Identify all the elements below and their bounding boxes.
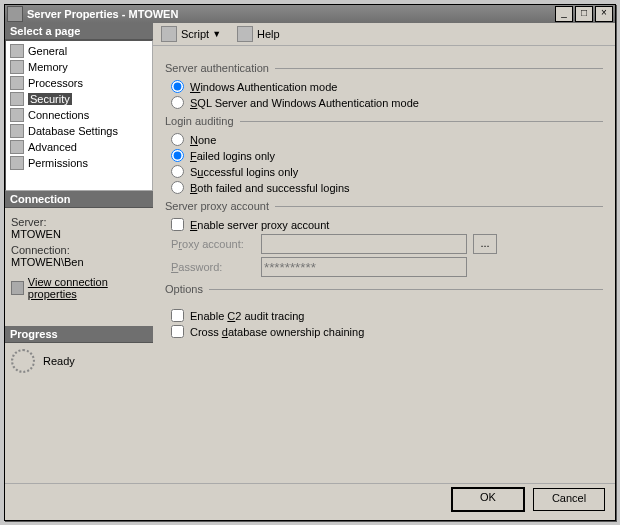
sidebar-item-label: Processors <box>28 77 83 89</box>
sidebar-item-memory[interactable]: Memory <box>6 59 152 75</box>
sidebar-item-advanced[interactable]: Advanced <box>6 139 152 155</box>
sidebar-item-label: Advanced <box>28 141 77 153</box>
close-button[interactable]: × <box>595 6 613 22</box>
content-area: Server authentication Windows Authentica… <box>153 46 615 483</box>
script-icon <box>161 26 177 42</box>
c2-audit-checkbox-input[interactable] <box>171 309 184 322</box>
proxy-password-label: Password: <box>171 261 261 273</box>
connection-label: Connection: <box>11 244 147 256</box>
cross-db-label: atabase ownership chaining <box>228 326 364 338</box>
audit-both-radio-input[interactable] <box>171 181 184 194</box>
script-label: Script <box>181 28 209 40</box>
window-title: Server Properties - MTOWEN <box>27 8 553 20</box>
audit-both-label: oth failed and successful logins <box>197 182 349 194</box>
page-icon <box>10 156 24 170</box>
audit-success-radio-input[interactable] <box>171 165 184 178</box>
page-icon <box>10 92 24 106</box>
sidebar-item-security[interactable]: Security <box>6 91 152 107</box>
sidebar-item-permissions[interactable]: Permissions <box>6 155 152 171</box>
cross-db-checkbox-input[interactable] <box>171 325 184 338</box>
left-panel: Select a page GeneralMemoryProcessorsSec… <box>5 23 153 483</box>
dialog-button-bar: OK Cancel <box>5 483 615 514</box>
dropdown-arrow-icon: ▼ <box>212 29 221 39</box>
properties-icon <box>11 281 24 295</box>
c2-audit-checkbox[interactable]: Enable C2 audit tracing <box>171 309 603 322</box>
page-icon <box>10 140 24 154</box>
enable-proxy-checkbox[interactable]: Enable server proxy account <box>171 218 603 231</box>
connection-value: MTOWEN\Ben <box>11 256 147 268</box>
help-label: Help <box>257 28 280 40</box>
help-button[interactable]: Help <box>233 25 284 43</box>
server-value: MTOWEN <box>11 228 147 240</box>
options-group-title: Options <box>165 283 203 295</box>
page-icon <box>10 76 24 90</box>
sidebar-item-label: General <box>28 45 67 57</box>
cancel-button[interactable]: Cancel <box>533 488 605 511</box>
ok-button[interactable]: OK <box>451 487 525 512</box>
audit-none-radio-input[interactable] <box>171 133 184 146</box>
page-icon <box>10 108 24 122</box>
script-button[interactable]: Script ▼ <box>157 25 225 43</box>
select-page-header: Select a page <box>5 23 153 40</box>
sidebar-item-label: Security <box>28 93 72 105</box>
progress-spinner-icon <box>11 349 35 373</box>
toolbar: Script ▼ Help <box>153 23 615 46</box>
enable-proxy-checkbox-input[interactable] <box>171 218 184 231</box>
page-icon <box>10 44 24 58</box>
maximize-button[interactable]: □ <box>575 6 593 22</box>
proxy-account-input <box>261 234 467 254</box>
sidebar-item-label: Permissions <box>28 157 88 169</box>
sidebar-item-label: Memory <box>28 61 68 73</box>
server-auth-group-title: Server authentication <box>165 62 269 74</box>
help-icon <box>237 26 253 42</box>
enable-proxy-label: nable server proxy account <box>197 219 329 231</box>
sidebar-item-database-settings[interactable]: Database Settings <box>6 123 152 139</box>
audit-success-radio[interactable]: Successful logins only <box>171 165 603 178</box>
audit-failed-radio-input[interactable] <box>171 149 184 162</box>
connection-panel: Server: MTOWEN Connection: MTOWEN\Ben Vi… <box>5 208 153 326</box>
auth-sql-radio-input[interactable] <box>171 96 184 109</box>
auth-windows-label: indows Authentication mode <box>200 81 337 93</box>
audit-both-radio[interactable]: Both failed and successful logins <box>171 181 603 194</box>
audit-none-radio[interactable]: None <box>171 133 603 146</box>
audit-success-label: ccessful logins only <box>203 166 298 178</box>
page-list[interactable]: GeneralMemoryProcessorsSecurityConnectio… <box>5 40 153 191</box>
sidebar-item-general[interactable]: General <box>6 43 152 59</box>
progress-header: Progress <box>5 326 153 343</box>
audit-none-label: one <box>198 134 216 146</box>
c2-audit-label: 2 audit tracing <box>235 310 304 322</box>
proxy-account-label: Proxy account: <box>171 238 261 250</box>
proxy-password-input <box>261 257 467 277</box>
progress-panel: Ready <box>5 343 153 379</box>
server-label: Server: <box>11 216 147 228</box>
sidebar-item-label: Connections <box>28 109 89 121</box>
auth-windows-radio-input[interactable] <box>171 80 184 93</box>
proxy-browse-button[interactable]: ... <box>473 234 497 254</box>
auth-windows-radio[interactable]: Windows Authentication mode <box>171 80 603 93</box>
auth-sql-label: QL Server and Windows Authentication mod… <box>197 97 419 109</box>
progress-status: Ready <box>43 355 75 367</box>
audit-failed-radio[interactable]: Failed logins only <box>171 149 603 162</box>
sidebar-item-label: Database Settings <box>28 125 118 137</box>
page-icon <box>10 60 24 74</box>
view-connection-properties-label: View connection properties <box>28 276 147 300</box>
connection-header: Connection <box>5 191 153 208</box>
proxy-group-title: Server proxy account <box>165 200 269 212</box>
window: Server Properties - MTOWEN _ □ × Select … <box>4 4 616 521</box>
cross-db-checkbox[interactable]: Cross database ownership chaining <box>171 325 603 338</box>
auth-sql-radio[interactable]: SQL Server and Windows Authentication mo… <box>171 96 603 109</box>
view-connection-properties-link[interactable]: View connection properties <box>11 276 147 300</box>
title-bar[interactable]: Server Properties - MTOWEN _ □ × <box>5 5 615 23</box>
app-icon <box>7 6 23 22</box>
sidebar-item-connections[interactable]: Connections <box>6 107 152 123</box>
sidebar-item-processors[interactable]: Processors <box>6 75 152 91</box>
audit-failed-label: ailed logins only <box>197 150 275 162</box>
minimize-button[interactable]: _ <box>555 6 573 22</box>
login-audit-group-title: Login auditing <box>165 115 234 127</box>
right-panel: Script ▼ Help Server authentication Wind… <box>153 23 615 483</box>
page-icon <box>10 124 24 138</box>
